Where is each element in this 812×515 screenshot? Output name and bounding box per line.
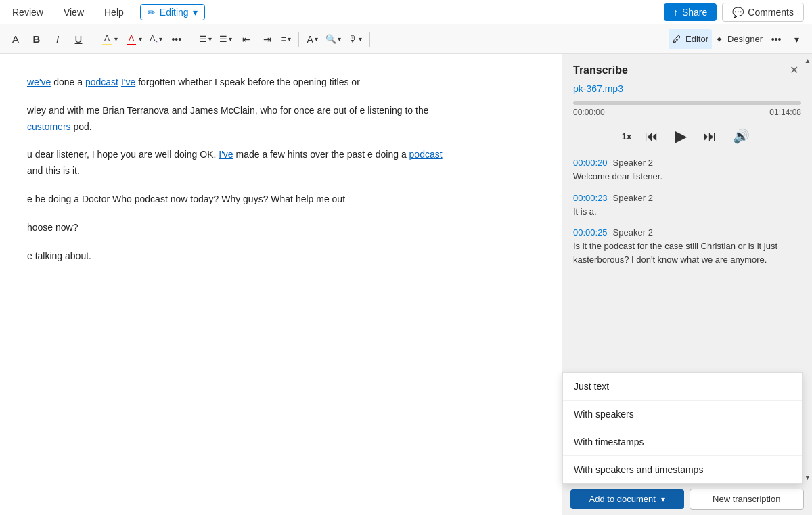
transcript-text-1: Welcome dear listener.: [573, 170, 801, 183]
numbering-chevron-icon: ▾: [229, 35, 232, 43]
font-effects-chevron-icon: ▾: [159, 35, 162, 43]
audio-file-link[interactable]: pk-367.mp3: [573, 83, 801, 94]
font-effects-dropdown[interactable]: A* ▾: [146, 29, 166, 49]
audio-progress-bar[interactable]: [573, 101, 801, 105]
outdent-icon: ⇤: [242, 34, 250, 45]
transcript-meta-3: 00:00:25 Speaker 2: [573, 227, 801, 238]
font-color-dropdown[interactable]: A ▾: [122, 29, 145, 49]
bold-button[interactable]: B: [26, 29, 47, 49]
dropdown-with-speakers-and-timestamps[interactable]: With speakers and timestamps: [563, 456, 802, 483]
highlight-icon: A: [101, 33, 113, 45]
rewind-to-start-button[interactable]: ⏮: [642, 126, 661, 147]
customers-link[interactable]: customers: [27, 121, 71, 132]
play-button[interactable]: ▶: [672, 124, 690, 148]
editor-paragraph-3: u dear listener, I hope you are well doi…: [27, 147, 447, 179]
editor-content: we've done a podcast I've forgotten whet…: [27, 74, 447, 264]
toolbar-overflow-button[interactable]: •••: [766, 29, 786, 49]
dropdown-with-speakers[interactable]: With speakers: [563, 401, 802, 428]
indent-button[interactable]: ⇥: [257, 29, 277, 49]
language-chevron-icon: ▾: [315, 35, 318, 43]
more-button[interactable]: •••: [166, 29, 187, 49]
podcast-link-1[interactable]: podcast: [85, 76, 118, 87]
transcript-speaker-1: Speaker 2: [613, 158, 653, 168]
transcript-text-2: It is a.: [573, 205, 801, 219]
scroll-up-arrow[interactable]: ▲: [803, 57, 812, 64]
numbering-dropdown[interactable]: ☰ ▾: [216, 29, 235, 49]
transcribe-header: Transcribe ✕: [562, 54, 812, 83]
dictate-chevron-icon: ▾: [359, 35, 362, 43]
indent-icon: ⇥: [263, 34, 271, 45]
bullets-icon: ☰: [199, 34, 207, 44]
audio-time-end: 01:14:08: [769, 108, 801, 117]
ive-link-2[interactable]: I've: [219, 149, 233, 160]
transcribe-close-button[interactable]: ✕: [787, 62, 801, 78]
toolbar-lang-group: A ▾ 🔍 ▾ 🎙 ▾: [303, 29, 365, 49]
transcribe-footer: Add to document ▾ New transcription: [562, 483, 812, 515]
transcript-segment-2: 00:00:23 Speaker 2 It is a.: [573, 193, 801, 219]
designer-button[interactable]: ✦ Designer: [712, 29, 766, 49]
font-size-button[interactable]: A: [5, 29, 26, 49]
menu-view[interactable]: View: [60, 4, 88, 20]
transcribe-title: Transcribe: [573, 64, 628, 76]
transcript-segment-1: 00:00:20 Speaker 2 Welcome dear listener…: [573, 158, 801, 183]
font-effects-icon: A*: [150, 33, 158, 45]
align-dropdown[interactable]: ≡ ▾: [278, 29, 295, 49]
transcript-time-2: 00:00:23: [573, 193, 608, 203]
overflow-icon: •••: [771, 34, 782, 45]
playback-speed-button[interactable]: 1x: [622, 131, 631, 141]
we-ve-link[interactable]: we've: [27, 76, 51, 87]
search-dropdown[interactable]: 🔍 ▾: [322, 29, 344, 49]
italic-button[interactable]: I: [47, 29, 68, 49]
volume-icon: 🔊: [733, 129, 750, 143]
transcript-speaker-3: Speaker 2: [613, 227, 653, 238]
bullets-chevron-icon: ▾: [208, 35, 212, 43]
editor-text-1a: we've done a podcast I've forgotten whet…: [27, 76, 360, 87]
highlight-dropdown[interactable]: A ▾: [97, 29, 121, 49]
outdent-button[interactable]: ⇤: [236, 29, 256, 49]
language-dropdown[interactable]: A ▾: [303, 29, 321, 49]
volume-button[interactable]: 🔊: [730, 125, 752, 147]
mic-icon: 🎙: [348, 34, 357, 44]
bullets-dropdown[interactable]: ☰ ▾: [196, 29, 215, 49]
highlight-chevron-icon: ▾: [114, 35, 118, 43]
editor-paragraph-6: e talking about.: [27, 248, 447, 265]
dropdown-with-timestamps[interactable]: With timestamps: [563, 428, 802, 456]
forward-to-end-button[interactable]: ⏭: [700, 126, 719, 147]
add-to-document-button[interactable]: Add to document ▾: [570, 489, 684, 509]
italic-label: I: [56, 33, 59, 45]
dictate-dropdown[interactable]: 🎙 ▾: [345, 29, 365, 49]
menu-review[interactable]: Review: [8, 4, 47, 20]
main-area: we've done a podcast I've forgotten whet…: [0, 54, 812, 515]
ive-link-1[interactable]: I've: [121, 76, 135, 87]
add-doc-label: Add to document: [589, 494, 656, 504]
editor-button[interactable]: 🖊 Editor: [669, 29, 712, 49]
dropdown-just-text[interactable]: Just text: [563, 373, 802, 401]
toolbar-right: 🖊 Editor ✦ Designer ••• ▾: [669, 29, 807, 49]
designer-label: Designer: [727, 34, 763, 44]
search-icon: 🔍: [325, 34, 336, 44]
editor-area[interactable]: we've done a podcast I've forgotten whet…: [0, 54, 562, 515]
new-transcription-button[interactable]: New transcription: [690, 489, 805, 510]
editor-wand-icon: 🖊: [672, 34, 681, 45]
add-doc-chevron-icon: ▾: [661, 495, 665, 504]
menu-help[interactable]: Help: [100, 4, 128, 20]
transcript-meta-1: 00:00:20 Speaker 2: [573, 158, 801, 168]
toolbar-collapse-button[interactable]: ▾: [786, 29, 807, 49]
panel-scroll: ▲ ▼: [803, 54, 812, 484]
comments-button[interactable]: 💬 Comments: [722, 3, 804, 22]
font-size-label: A: [12, 33, 19, 45]
sep2: [191, 32, 191, 47]
audio-time-start: 00:00:00: [573, 108, 605, 117]
more-label: •••: [171, 34, 181, 45]
toolbar-highlight-group: A ▾ A ▾ A* ▾ •••: [97, 29, 187, 49]
scroll-down-arrow[interactable]: ▼: [803, 474, 812, 481]
designer-icon: ✦: [715, 34, 723, 45]
share-button[interactable]: ↑ Share: [664, 3, 717, 21]
align-chevron-icon: ▾: [288, 35, 291, 43]
forward-end-icon: ⏭: [703, 129, 717, 143]
font-color-icon: A: [125, 33, 137, 45]
podcast-link-2[interactable]: podcast: [409, 149, 443, 160]
editor-paragraph-1: we've done a podcast I've forgotten whet…: [27, 74, 447, 91]
underline-button[interactable]: U: [68, 29, 89, 49]
editing-button[interactable]: ✏ Editing ▾: [140, 4, 205, 20]
